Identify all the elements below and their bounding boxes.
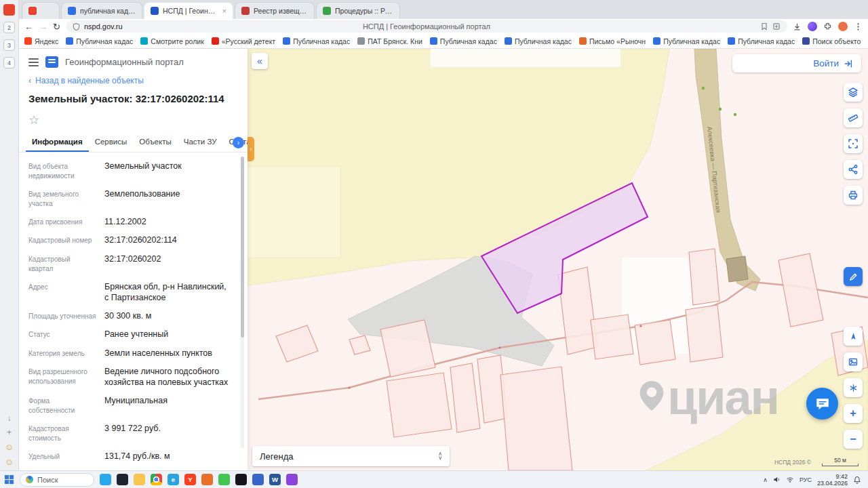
- url-field[interactable]: nspd.gov.ru НСПД | Геоинформационный пор…: [66, 20, 787, 33]
- map-canvas[interactable]: Алексеевка — Партизанская: [248, 49, 868, 470]
- cadastral-parcel[interactable]: [689, 249, 719, 305]
- bookmark[interactable]: Яндекс: [24, 37, 58, 45]
- collections-icon[interactable]: [772, 22, 781, 30]
- bookmark[interactable]: Поиск объекто: [802, 37, 861, 45]
- cadastral-parcel[interactable]: [349, 336, 370, 354]
- cadastral-parcel[interactable]: [778, 253, 823, 327]
- notifications-icon[interactable]: [853, 476, 861, 484]
- layers-button[interactable]: [844, 83, 863, 102]
- smiley-icon[interactable]: ☺: [5, 458, 14, 466]
- pinned-tab[interactable]: [22, 2, 60, 19]
- tabs-scroll-button[interactable]: ›: [233, 137, 244, 148]
- whatsapp-icon[interactable]: [218, 474, 230, 485]
- tab-objects[interactable]: Объекты: [133, 132, 177, 152]
- windows-taskbar: Поиск e Y W ∧ РУС 9:42 23.04.2026: [0, 470, 868, 488]
- bookmark[interactable]: «Русский детект: [212, 37, 275, 45]
- bookmark[interactable]: Публичная кадас: [505, 37, 572, 45]
- bookmark[interactable]: Письмо «Рыночн: [579, 37, 646, 45]
- app-icon[interactable]: [286, 474, 298, 485]
- bookmark[interactable]: Публичная кадас: [283, 37, 350, 45]
- obs-icon[interactable]: [235, 474, 247, 485]
- tab-group-badge[interactable]: 2: [3, 22, 15, 33]
- chrome-icon[interactable]: [151, 474, 162, 485]
- telegram-icon[interactable]: [100, 474, 111, 485]
- start-button[interactable]: [4, 474, 14, 485]
- edge-icon[interactable]: e: [167, 474, 179, 485]
- word-icon[interactable]: W: [269, 474, 281, 485]
- snowflake-tool-button[interactable]: [844, 378, 863, 397]
- bookmark-flag-icon[interactable]: [760, 22, 768, 30]
- side-app-icon[interactable]: [3, 4, 15, 16]
- browser-tab[interactable]: Реестр извещений: [235, 2, 315, 19]
- firefox-icon[interactable]: [201, 474, 213, 485]
- zoom-in-button[interactable]: +: [844, 404, 863, 423]
- smiley-icon[interactable]: ☺: [5, 443, 14, 451]
- bookmark[interactable]: Публичная кадас: [653, 37, 720, 45]
- taskbar-search[interactable]: Поиск: [20, 473, 94, 487]
- tab-parts[interactable]: Части ЗУ: [178, 132, 223, 152]
- download-panel-icon[interactable]: [793, 22, 802, 31]
- mail-icon[interactable]: [252, 474, 264, 485]
- cadastral-parcel[interactable]: [276, 325, 318, 362]
- locate-me-button[interactable]: [844, 327, 863, 346]
- cadastral-parcel[interactable]: [500, 367, 572, 470]
- page-content: Геоинформационный портал ‹ Назад в найде…: [19, 49, 868, 470]
- tab-services[interactable]: Сервисы: [89, 132, 134, 152]
- wifi-icon[interactable]: [786, 476, 794, 483]
- login-button[interactable]: Войти: [732, 54, 861, 73]
- taskbar-clock[interactable]: 9:42 23.04.2026: [817, 473, 848, 487]
- cadastral-parcel[interactable]: [591, 314, 633, 359]
- tab-group-badge[interactable]: 4: [3, 57, 15, 68]
- menu-hamburger-icon[interactable]: [28, 58, 39, 66]
- yandex-browser-icon[interactable]: Y: [184, 474, 196, 485]
- panel-tabs: Информация Сервисы Объекты Части ЗУ Сост…: [19, 132, 248, 152]
- browser-tab[interactable]: Процедуры :: Реализация: [316, 2, 400, 19]
- draw-tool-button[interactable]: [844, 267, 863, 286]
- add-icon[interactable]: +: [7, 428, 12, 436]
- back-link[interactable]: ‹ Назад в найденные объекты: [19, 73, 248, 89]
- tab-label: Реестр извещений: [254, 7, 308, 15]
- cadastral-parcel[interactable]: [558, 267, 597, 354]
- cadastral-parcel[interactable]: [387, 373, 452, 437]
- legend-toggle[interactable]: Легенда ∧∨: [252, 446, 450, 466]
- bookmark[interactable]: Публичная кадас: [430, 37, 497, 45]
- bookmark[interactable]: Смотрите ролик: [140, 37, 203, 45]
- basemap-button[interactable]: [844, 352, 863, 371]
- panel-scrollbar[interactable]: [241, 157, 244, 448]
- zoom-out-button[interactable]: −: [844, 430, 863, 449]
- reload-icon[interactable]: ↻: [53, 22, 60, 31]
- language-indicator[interactable]: РУС: [800, 476, 812, 483]
- alice-assistant-icon[interactable]: [808, 22, 817, 31]
- measure-ruler-button[interactable]: [844, 108, 863, 127]
- profile-avatar[interactable]: [838, 22, 848, 31]
- back-nav-icon[interactable]: ←: [24, 22, 33, 31]
- panel-collapse-button[interactable]: «: [252, 53, 268, 69]
- tab-group-badge[interactable]: 3: [3, 39, 15, 51]
- scrollbar-thumb[interactable]: [241, 157, 244, 338]
- tab-information[interactable]: Информация: [26, 132, 89, 152]
- cadastral-parcel[interactable]: [450, 363, 480, 432]
- bookmark[interactable]: ПАТ Брянск. Кни: [357, 37, 422, 45]
- share-button[interactable]: [844, 160, 863, 179]
- forward-nav-icon[interactable]: →: [39, 22, 47, 31]
- print-button[interactable]: [844, 186, 863, 205]
- browser-tab[interactable]: публичная кадастровая: [61, 2, 142, 19]
- menu-dots-icon[interactable]: [854, 22, 863, 31]
- file-explorer-icon[interactable]: [134, 474, 145, 485]
- browser-tab-active[interactable]: НСПД | Геоинформац... ×: [144, 2, 233, 19]
- extensions-puzzle-icon[interactable]: [823, 22, 832, 31]
- select-area-button[interactable]: [844, 134, 863, 153]
- terminal-icon[interactable]: [117, 474, 128, 485]
- bookmark[interactable]: Публичная кадас: [728, 37, 795, 45]
- favorite-star-icon[interactable]: ☆: [28, 113, 39, 127]
- volume-icon[interactable]: [773, 476, 781, 483]
- support-chat-button[interactable]: [806, 388, 838, 420]
- cadastral-parcel[interactable]: [686, 305, 723, 362]
- tray-expand-icon[interactable]: ∧: [763, 476, 768, 483]
- attribute-row: Форма собственностиМуниципальная: [28, 395, 229, 415]
- downloads-icon[interactable]: ↓: [7, 414, 12, 422]
- bookmark[interactable]: Публичная кадас: [66, 37, 133, 45]
- map-scale: 50 м: [822, 457, 859, 466]
- side-pull-tab[interactable]: ›: [248, 137, 254, 161]
- tab-close-icon[interactable]: ×: [222, 7, 226, 15]
